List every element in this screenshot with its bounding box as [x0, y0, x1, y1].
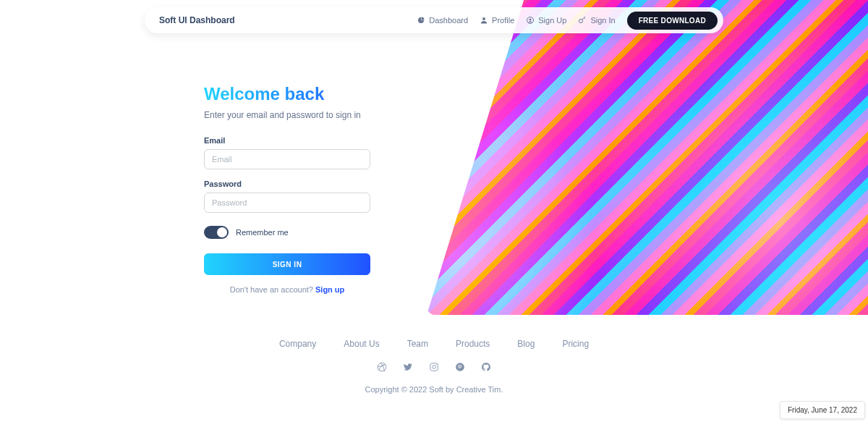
page-title: Welcome back: [204, 84, 370, 104]
user-icon: [480, 16, 488, 25]
remember-label: Remember me: [236, 228, 289, 237]
free-download-button[interactable]: FREE DOWNLOAD: [627, 12, 718, 30]
footer: Company About Us Team Products Blog Pric…: [0, 339, 868, 394]
donut-icon: [417, 16, 425, 25]
svg-point-2: [529, 19, 532, 21]
footer-social: [0, 362, 868, 372]
no-account-text: Don't have an account?: [230, 285, 315, 294]
svg-point-6: [433, 366, 436, 369]
signup-link[interactable]: Sign up: [315, 285, 344, 294]
hero-image: [427, 0, 868, 315]
badge-icon: [526, 16, 535, 25]
copyright: Copyright © 2022 Soft by Creative Tim.: [0, 385, 868, 394]
email-field[interactable]: [204, 149, 370, 169]
key-icon: [578, 16, 587, 25]
instagram-icon[interactable]: [429, 362, 439, 372]
brand-title[interactable]: Soft UI Dashboard: [159, 15, 235, 25]
nav-label: Profile: [492, 16, 514, 25]
nav-signin[interactable]: Sign In: [578, 16, 615, 25]
email-label: Email: [204, 136, 370, 145]
date-widget: Friday, June 17, 2022: [780, 401, 865, 419]
footer-link-about[interactable]: About Us: [344, 339, 379, 349]
nav-dashboard[interactable]: Dashboard: [417, 16, 468, 25]
twitter-icon[interactable]: [403, 362, 413, 372]
footer-link-company[interactable]: Company: [279, 339, 316, 349]
svg-point-0: [482, 17, 485, 20]
nav-label: Sign Up: [538, 16, 566, 25]
nav-profile[interactable]: Profile: [480, 16, 514, 25]
remember-row: Remember me: [204, 226, 370, 239]
nav-label: Sign In: [590, 16, 615, 25]
signin-card: Welcome back Enter your email and passwo…: [204, 84, 370, 294]
password-label: Password: [204, 180, 370, 188]
footer-link-products[interactable]: Products: [456, 339, 490, 349]
svg-point-8: [456, 363, 464, 371]
password-field[interactable]: [204, 193, 370, 213]
signin-button[interactable]: SIGN IN: [204, 253, 370, 275]
footer-links: Company About Us Team Products Blog Pric…: [0, 339, 868, 349]
remember-toggle[interactable]: [204, 226, 229, 239]
svg-point-7: [436, 364, 437, 365]
github-icon[interactable]: [481, 362, 491, 372]
svg-point-3: [579, 20, 583, 23]
signup-prompt: Don't have an account? Sign up: [204, 285, 370, 294]
nav-label: Dashboard: [429, 16, 468, 25]
svg-rect-5: [430, 363, 438, 371]
footer-link-team[interactable]: Team: [407, 339, 428, 349]
nav-signup[interactable]: Sign Up: [526, 16, 566, 25]
footer-link-blog[interactable]: Blog: [517, 339, 535, 349]
top-nav: Soft UI Dashboard Dashboard Profile Sign…: [145, 7, 723, 33]
pinterest-icon[interactable]: [455, 362, 465, 372]
footer-link-pricing[interactable]: Pricing: [562, 339, 589, 349]
page-subtitle: Enter your email and password to sign in: [204, 110, 370, 120]
dribbble-icon[interactable]: [377, 362, 387, 372]
